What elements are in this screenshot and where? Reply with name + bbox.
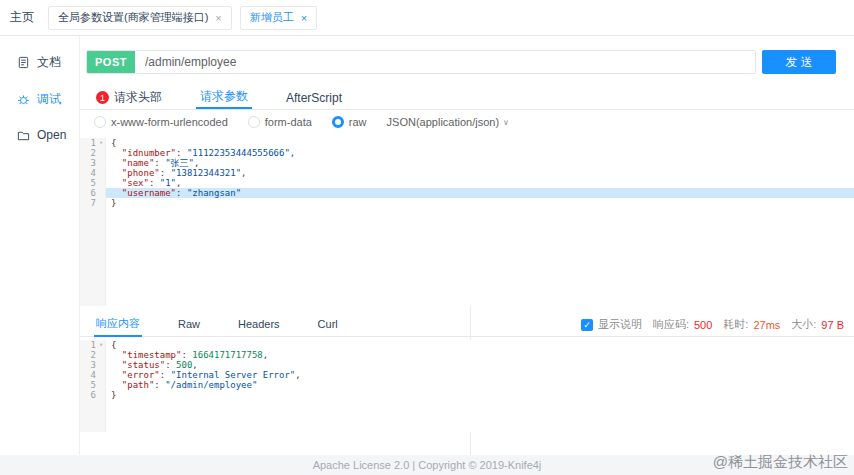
- code-token: 1664171717758: [192, 350, 262, 360]
- code-token: }: [111, 390, 116, 400]
- response-editor-lines: 1▾{2 "timestamp": 1664171717758,3 "statu…: [80, 340, 854, 400]
- code-line[interactable]: 4 "error": "Internal Server Error",: [80, 370, 854, 380]
- tab-request-params[interactable]: 请求参数: [196, 86, 252, 109]
- code-token: {: [111, 138, 116, 148]
- status-code-label: 响应码:: [653, 317, 689, 332]
- code-token: [111, 350, 122, 360]
- code-token: [111, 158, 122, 168]
- tab-raw[interactable]: Raw: [176, 313, 202, 336]
- code-line[interactable]: 1▾{: [80, 138, 854, 148]
- document-icon: [17, 56, 30, 69]
- code-line[interactable]: 1▾{: [80, 340, 854, 350]
- code-line[interactable]: 2 "idnumber": "11122353444555666",: [80, 148, 854, 158]
- tab-request-headers[interactable]: 1 请求头部: [92, 86, 166, 109]
- code-line[interactable]: 5 "path": "/admin/employee": [80, 380, 854, 390]
- tab-curl[interactable]: Curl: [316, 313, 340, 336]
- tab-new-employee[interactable]: 新增员工 ×: [240, 6, 317, 30]
- line-content: "error": "Internal Server Error",: [106, 370, 854, 380]
- status-code-value: 500: [694, 319, 712, 331]
- tab-afterscript[interactable]: AfterScript: [282, 86, 346, 109]
- request-tabs: 1 请求头部 请求参数 AfterScript: [80, 86, 854, 110]
- line-number: 1: [80, 138, 96, 148]
- request-url-input[interactable]: /admin/employee: [135, 51, 755, 73]
- code-line[interactable]: 7}: [80, 198, 854, 208]
- code-token: 500: [176, 360, 192, 370]
- show-description-label: 显示说明: [598, 317, 642, 332]
- fold-icon: [96, 198, 106, 208]
- code-token: "path": [122, 380, 155, 390]
- fold-icon: [96, 188, 106, 198]
- code-line[interactable]: 3 "status": 500,: [80, 360, 854, 370]
- request-body-editor[interactable]: 1▾{2 "idnumber": "11122353444555666",3 "…: [80, 138, 854, 306]
- request-editor-lines: 1▾{2 "idnumber": "11122353444555666",3 "…: [80, 138, 854, 208]
- size-value: 97 B: [821, 319, 844, 331]
- fold-icon[interactable]: ▾: [96, 138, 106, 148]
- content-type-select[interactable]: JSON(application/json) ∨: [387, 116, 509, 128]
- code-token: :: [160, 168, 171, 178]
- home-tab[interactable]: 主页: [10, 9, 34, 26]
- tab-label: 新增员工: [250, 10, 294, 25]
- response-body-editor[interactable]: 1▾{2 "timestamp": 1664171717758,3 "statu…: [80, 340, 854, 432]
- code-token: :: [176, 188, 187, 198]
- tab-headers[interactable]: Headers: [236, 313, 282, 336]
- close-icon[interactable]: ×: [215, 12, 221, 24]
- line-content: "timestamp": 1664171717758,: [106, 350, 854, 360]
- sidebar-item-open[interactable]: Open: [0, 118, 79, 152]
- code-line[interactable]: 4 "phone": "13812344321",: [80, 168, 854, 178]
- line-content: "username": "zhangsan": [106, 188, 854, 198]
- debug-icon: [17, 93, 30, 106]
- line-number: 6: [80, 390, 96, 400]
- show-description-checkbox[interactable]: ✓: [581, 319, 593, 331]
- code-token: "1": [160, 178, 176, 188]
- fold-icon: [96, 380, 106, 390]
- radio-urlencoded[interactable]: x-www-form-urlencoded: [94, 116, 228, 128]
- tab-label: 请求头部: [114, 89, 162, 106]
- code-token: [111, 370, 122, 380]
- close-icon[interactable]: ×: [301, 12, 307, 24]
- code-token: "张三": [165, 158, 194, 168]
- code-token: :: [154, 380, 165, 390]
- code-token: [111, 178, 122, 188]
- code-token: [111, 168, 122, 178]
- send-button[interactable]: 发 送: [762, 50, 836, 74]
- radio-raw[interactable]: raw: [332, 116, 367, 128]
- content-type-value: JSON(application/json): [387, 116, 500, 128]
- tab-response-content[interactable]: 响应内容: [94, 312, 142, 337]
- fold-icon[interactable]: ▾: [96, 340, 106, 350]
- radio-label: form-data: [265, 116, 312, 128]
- line-number: 6: [80, 188, 96, 198]
- tab-global-params[interactable]: 全局参数设置(商家管理端接口) ×: [48, 6, 232, 30]
- sidebar-item-docs[interactable]: 文档: [0, 44, 79, 81]
- code-line[interactable]: 3 "name": "张三",: [80, 158, 854, 168]
- line-number: 3: [80, 360, 96, 370]
- radio-icon: [332, 116, 344, 128]
- debug-panel: POST /admin/employee 发 送 1 请求头部 请求参数 Aft…: [80, 36, 854, 455]
- header-count-badge: 1: [96, 91, 109, 104]
- radio-label: x-www-form-urlencoded: [111, 116, 228, 128]
- radio-form-data[interactable]: form-data: [248, 116, 312, 128]
- code-token: {: [111, 340, 116, 350]
- sidebar-item-label: Open: [37, 128, 66, 142]
- code-token: "13812344321": [171, 168, 241, 178]
- fold-icon: [96, 350, 106, 360]
- top-tab-bar: 主页 全局参数设置(商家管理端接口) × 新增员工 ×: [0, 0, 854, 36]
- code-line[interactable]: 6}: [80, 390, 854, 400]
- radio-label: raw: [349, 116, 367, 128]
- code-line[interactable]: 6 "username": "zhangsan": [80, 188, 854, 198]
- line-number: 3: [80, 158, 96, 168]
- code-token: [111, 188, 122, 198]
- code-token: "username": [122, 188, 176, 198]
- fold-icon: [96, 168, 106, 178]
- line-number: 5: [80, 178, 96, 188]
- code-token: "11122353444555666": [187, 148, 290, 158]
- line-content: "path": "/admin/employee": [106, 380, 854, 390]
- fold-icon: [96, 370, 106, 380]
- response-meta: ✓ 显示说明 响应码: 500 耗时: 27ms 大小: 97 B: [581, 312, 844, 337]
- sidebar: 文档 调试 Open: [0, 36, 80, 455]
- code-token: "phone": [122, 168, 160, 178]
- sidebar-item-debug[interactable]: 调试: [0, 81, 79, 118]
- code-line[interactable]: 2 "timestamp": 1664171717758,: [80, 350, 854, 360]
- code-line[interactable]: 5 "sex": "1",: [80, 178, 854, 188]
- radio-icon: [248, 116, 260, 128]
- code-token: ,: [290, 148, 295, 158]
